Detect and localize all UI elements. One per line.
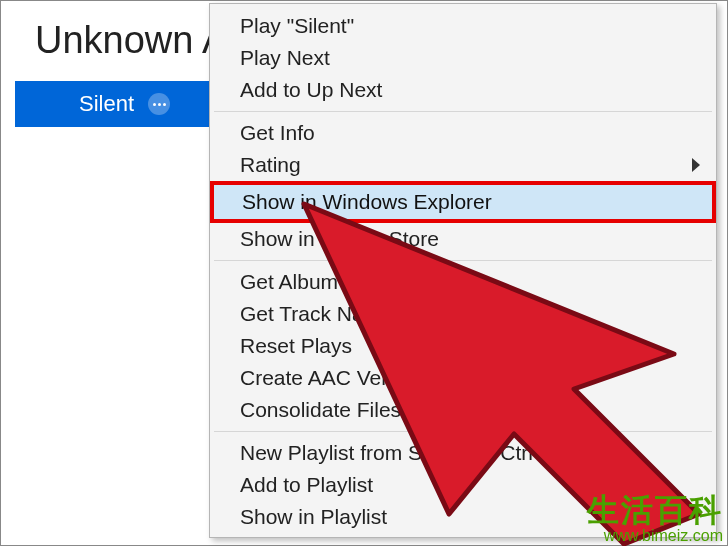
menu-separator <box>214 431 712 432</box>
dot-icon <box>158 103 161 106</box>
menu-item-add-to-playlist[interactable]: Add to Playlist <box>212 469 714 501</box>
selected-track-row[interactable]: Silent <box>15 81 210 127</box>
page-title: Unknown A <box>35 19 227 62</box>
menu-separator <box>214 260 712 261</box>
menu-item-show-in-explorer[interactable]: Show in Windows Explorer <box>214 185 712 219</box>
app-window: Unknown A Silent Play "Silent" Play Next… <box>0 0 728 546</box>
track-name: Silent <box>79 91 134 117</box>
dot-icon <box>153 103 156 106</box>
menu-separator <box>214 111 712 112</box>
menu-item-reset-plays[interactable]: Reset Plays <box>212 330 714 362</box>
highlight-box: Show in Windows Explorer <box>210 181 716 223</box>
menu-item-add-up-next[interactable]: Add to Up Next <box>212 74 714 106</box>
menu-item-new-playlist-from-selection[interactable]: New Playlist from Selection Ctrl+Shift+N <box>212 437 714 469</box>
dot-icon <box>163 103 166 106</box>
menu-item-rating[interactable]: Rating <box>212 149 714 181</box>
menu-item-show-in-playlist[interactable]: Show in Playlist <box>212 501 714 533</box>
menu-item-consolidate-files[interactable]: Consolidate Files... <box>212 394 714 426</box>
submenu-arrow-icon <box>692 158 700 172</box>
context-menu: Play "Silent" Play Next Add to Up Next G… <box>209 3 717 538</box>
menu-item-show-in-itunes-store[interactable]: Show in iTunes Store <box>212 223 714 255</box>
menu-item-get-track-names[interactable]: Get Track Names <box>212 298 714 330</box>
menu-item-label: Rating <box>240 153 301 176</box>
menu-item-get-album-artwork[interactable]: Get Album Artwork <box>212 266 714 298</box>
more-options-button[interactable] <box>148 93 170 115</box>
menu-item-create-aac[interactable]: Create AAC Version <box>212 362 714 394</box>
menu-item-play-next[interactable]: Play Next <box>212 42 714 74</box>
menu-item-get-info[interactable]: Get Info <box>212 117 714 149</box>
menu-item-play[interactable]: Play "Silent" <box>212 10 714 42</box>
